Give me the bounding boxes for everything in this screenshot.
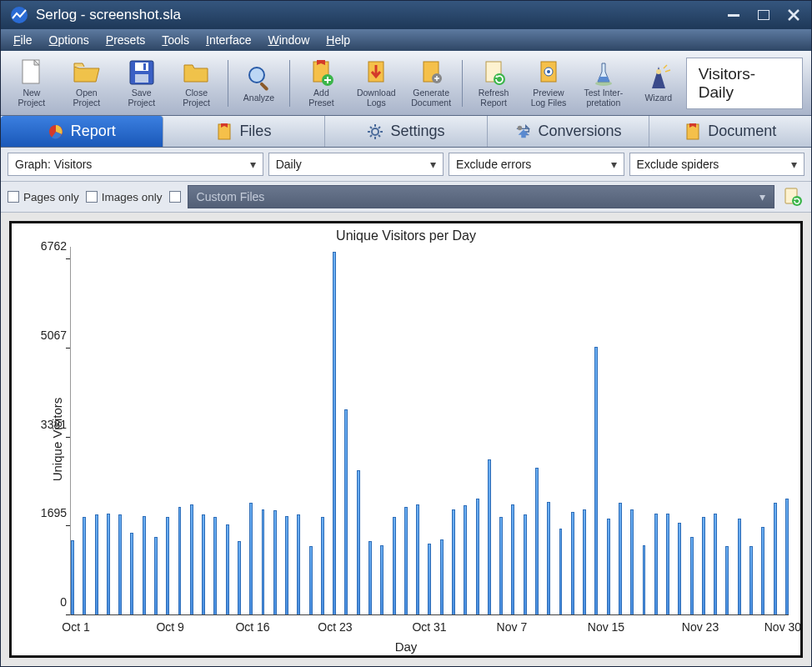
toolbar-open-project[interactable]: Open Project: [59, 54, 114, 113]
download-icon: [362, 58, 390, 87]
chart-bar: [143, 516, 146, 614]
toolbar-label: Add Preset: [308, 88, 333, 108]
menu-presets[interactable]: Presets: [98, 31, 153, 49]
images-only-checkbox[interactable]: Images only: [86, 191, 163, 203]
toolbar-test-interpretation[interactable]: Test Inter- pretation: [576, 54, 631, 113]
chart-bar: [273, 510, 277, 614]
refresh-icon: [479, 58, 508, 87]
chart-bar: [393, 517, 396, 614]
report-icon: [48, 123, 64, 140]
profile-box[interactable]: Visitors-Daily: [686, 58, 803, 109]
toolbar-label: Save Project: [128, 88, 155, 108]
x-tick-label: Oct 31: [412, 620, 446, 634]
errors-dropdown[interactable]: Exclude errors ▾: [449, 153, 624, 176]
chart-bars: [70, 247, 789, 615]
tab-bar: ReportFilesSettingsConversionsDocument: [1, 116, 811, 148]
menu-help[interactable]: Help: [318, 31, 358, 49]
graph-dropdown[interactable]: Graph: Visitors ▾: [8, 153, 263, 176]
chart-plot-area: 01695338150676762Oct 1Oct 9Oct 16Oct 23O…: [70, 247, 789, 615]
toolbar-close-project[interactable]: Close Project: [169, 54, 224, 113]
chart-bar: [476, 499, 479, 614]
graph-dropdown-value: Graph: Visitors: [15, 158, 92, 171]
gen-doc-icon: [417, 58, 445, 87]
toolbar-save-project[interactable]: Save Project: [114, 54, 169, 113]
svg-rect-6: [135, 74, 148, 83]
tab-files[interactable]: Files: [163, 116, 326, 147]
chart-bar: [202, 514, 205, 614]
svg-rect-1: [728, 14, 739, 17]
tab-conversions[interactable]: Conversions: [488, 116, 650, 147]
caret-down-icon: ▾: [759, 190, 765, 203]
files-icon: [216, 123, 233, 140]
filter-row: Graph: Visitors ▾ Daily ▾ Exclude errors…: [1, 148, 811, 182]
y-tick-label: 5067: [30, 328, 67, 342]
svg-point-28: [792, 196, 802, 206]
chart-bar: [785, 499, 789, 614]
window-title: Serlog - screenshot.sla: [36, 7, 724, 23]
menu-interface[interactable]: Interface: [198, 31, 258, 49]
y-tick-label: 3381: [30, 418, 67, 431]
tab-label: Report: [71, 123, 116, 140]
toolbar-new-project[interactable]: New Project: [4, 54, 59, 113]
chart-bar: [440, 539, 444, 614]
preview-icon: [534, 58, 563, 87]
maximize-button[interactable]: [754, 8, 773, 22]
checkbox-icon: [169, 191, 181, 203]
chart-bar: [404, 507, 408, 614]
chart-bar: [213, 517, 217, 614]
refresh-small-button[interactable]: [781, 185, 804, 208]
toolbar-wizard[interactable]: Wizard: [631, 54, 686, 113]
x-tick-label: Oct 9: [156, 620, 183, 634]
toolbar-label: Wizard: [644, 93, 672, 103]
save-icon: [128, 58, 156, 87]
main-window: Serlog - screenshot.sla FileOptionsPrese…: [0, 0, 812, 667]
toolbar-download-logs[interactable]: Download Logs: [348, 54, 403, 113]
chart-bar: [344, 409, 348, 614]
chart-bar: [428, 544, 431, 614]
menu-window[interactable]: Window: [260, 31, 317, 49]
minimize-button[interactable]: [724, 8, 743, 22]
menu-file[interactable]: File: [6, 31, 40, 49]
toolbar-preview-log-files[interactable]: Preview Log Files: [521, 54, 576, 113]
chart-bar: [678, 523, 681, 614]
toolbar-analyze[interactable]: Analyze: [232, 54, 287, 113]
caret-down-icon: ▾: [611, 158, 617, 171]
tab-document[interactable]: Document: [649, 116, 811, 147]
folder-open-icon: [73, 58, 101, 87]
chart-bar: [583, 509, 586, 614]
close-button[interactable]: [784, 8, 803, 22]
chart-bar: [154, 537, 158, 614]
chart-bar: [95, 514, 98, 614]
tab-settings[interactable]: Settings: [325, 116, 488, 147]
chart-bar: [464, 505, 467, 614]
conversions-icon: [515, 123, 532, 140]
svg-point-8: [249, 68, 264, 83]
toolbar-add-preset[interactable]: Add Preset: [293, 54, 348, 113]
x-tick-label: Oct 16: [235, 620, 269, 634]
chart-bar: [238, 541, 241, 614]
period-dropdown[interactable]: Daily ▾: [268, 153, 444, 176]
toolbar-generate-document[interactable]: Generate Document: [403, 54, 459, 113]
custom-files-enable-checkbox[interactable]: [169, 191, 181, 203]
checkbox-icon: [8, 191, 19, 203]
chart-bar: [118, 514, 122, 614]
menu-tools[interactable]: Tools: [154, 31, 197, 49]
svg-rect-7: [143, 63, 146, 70]
magnify-icon: [245, 63, 273, 92]
chart-bar: [559, 529, 563, 614]
chart-bar: [499, 517, 503, 614]
toolbar-label: Preview Log Files: [531, 88, 567, 108]
chart-bar: [107, 514, 110, 614]
tab-report[interactable]: Report: [1, 116, 163, 147]
chart-bar: [285, 516, 288, 614]
spiders-dropdown[interactable]: Exclude spiders ▾: [629, 153, 804, 176]
pages-only-checkbox[interactable]: Pages only: [8, 191, 79, 203]
menu-options[interactable]: Options: [42, 31, 97, 49]
x-tick-label: Nov 15: [588, 620, 624, 634]
custom-files-dropdown[interactable]: Custom Files ▾: [188, 185, 774, 208]
chart-panel: Unique Visitors per Day Unique Visitors …: [9, 221, 803, 658]
toolbar-refresh-report[interactable]: Refresh Report: [466, 54, 521, 113]
chart-bar: [547, 502, 550, 614]
chart-bar: [761, 527, 764, 614]
images-only-label: Images only: [102, 191, 163, 203]
